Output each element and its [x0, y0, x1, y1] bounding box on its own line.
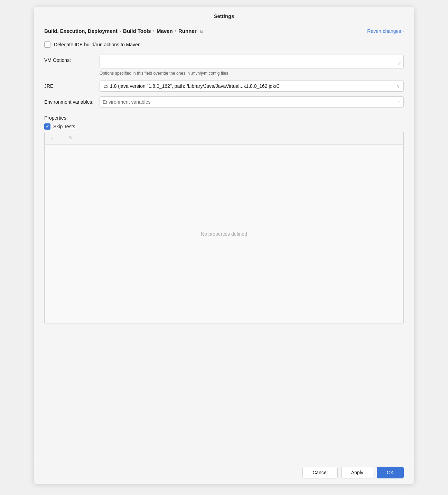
properties-section: Properties: Skip Tests + − ✎ No properti…	[44, 115, 404, 454]
breadcrumb-sep-1: ›	[120, 28, 121, 34]
breadcrumb-runner: Runner	[178, 28, 197, 34]
breadcrumb-copy-icon: ⊡	[200, 29, 203, 34]
expand-icon[interactable]: ⤢	[398, 61, 401, 66]
ok-button[interactable]: OK	[377, 467, 404, 478]
jre-folder-icon: 🗂	[103, 84, 108, 89]
jre-row: JRE: 🗂 1.8 (java version "1.8.0_162", pa…	[44, 81, 404, 92]
skip-tests-checkbox[interactable]	[44, 123, 50, 130]
env-variables-input-container: ≡	[100, 96, 404, 108]
properties-toolbar: + − ✎	[44, 132, 404, 144]
content-area: Build, Execution, Deployment › Build Too…	[34, 22, 414, 461]
revert-changes-link[interactable]: Revert changes ›	[367, 28, 404, 34]
vm-options-label: VM Options:	[44, 55, 96, 63]
vm-options-hint: Options specified in this field override…	[100, 71, 404, 76]
remove-property-button[interactable]: −	[57, 134, 63, 142]
vm-options-wrap: ⤢ Options specified in this field overri…	[100, 55, 404, 76]
breadcrumb: Build, Execution, Deployment › Build Too…	[44, 28, 404, 34]
skip-tests-row: Skip Tests	[44, 123, 404, 130]
vm-options-row: VM Options: ⤢ Options specified in this …	[44, 55, 404, 76]
properties-body: No properties defined	[44, 144, 404, 324]
breadcrumb-maven: Maven	[157, 28, 173, 34]
edit-property-button[interactable]: ✎	[67, 134, 74, 142]
dialog-footer: Cancel Apply OK	[34, 461, 414, 484]
jre-dropdown[interactable]: 🗂 1.8 (java version "1.8.0_162", path: /…	[100, 81, 404, 92]
env-variables-label: Environment variables:	[44, 96, 96, 105]
skip-tests-label: Skip Tests	[53, 124, 75, 129]
breadcrumb-sep-3: ›	[175, 28, 176, 34]
no-properties-message: No properties defined	[201, 231, 247, 237]
env-variables-input[interactable]	[100, 96, 404, 108]
apply-button[interactable]: Apply	[341, 467, 373, 478]
vm-options-input[interactable]	[100, 55, 404, 68]
properties-label: Properties:	[44, 115, 404, 121]
jre-value: 1.8 (java version "1.8.0_162", path: /Li…	[110, 83, 400, 89]
breadcrumb-build-execution: Build, Execution, Deployment	[44, 28, 118, 34]
breadcrumb-sep-2: ›	[153, 28, 155, 34]
add-property-button[interactable]: +	[48, 134, 54, 142]
vm-options-input-container: ⤢	[100, 55, 404, 68]
revert-chevron-icon: ›	[402, 29, 404, 33]
jre-select-container: 🗂 1.8 (java version "1.8.0_162", path: /…	[100, 81, 404, 92]
delegate-checkbox[interactable]	[44, 41, 50, 48]
delegate-checkbox-row: Delegate IDE build/run actions to Maven	[44, 41, 404, 48]
dialog-title: Settings	[34, 7, 414, 22]
delegate-checkbox-label: Delegate IDE build/run actions to Maven	[54, 42, 141, 47]
cancel-button[interactable]: Cancel	[302, 467, 338, 478]
breadcrumb-build-tools: Build Tools	[123, 28, 151, 34]
env-list-icon[interactable]: ≡	[398, 99, 400, 105]
settings-dialog: Settings Build, Execution, Deployment › …	[34, 7, 414, 484]
env-variables-row: Environment variables: ≡	[44, 96, 404, 108]
jre-label: JRE:	[44, 81, 96, 89]
